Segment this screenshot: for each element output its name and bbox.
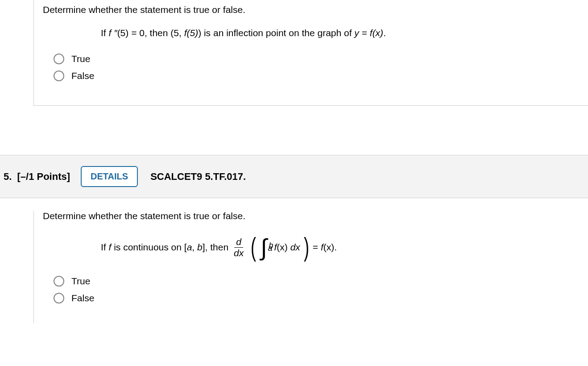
t: ) is an inflection point on the graph of	[198, 28, 354, 38]
t: is continuous on [	[111, 242, 186, 252]
integral-expression: ∫ b a f(x) dx	[260, 236, 300, 259]
q1-prompt: Determine whether the statement is true …	[43, 4, 579, 15]
t: .	[383, 28, 386, 38]
integral-icon: ∫ b a	[261, 236, 267, 259]
numerator: d	[234, 237, 243, 248]
q2-prompt: Determine whether the statement is true …	[43, 211, 579, 221]
t: ,	[192, 242, 197, 252]
x: (x)	[277, 242, 290, 252]
q2-option-false-label: False	[71, 293, 94, 304]
radio-icon[interactable]	[54, 71, 64, 81]
fx: f(x)	[370, 28, 383, 38]
details-button[interactable]: DETAILS	[81, 166, 138, 187]
radio-icon[interactable]	[54, 54, 64, 64]
y: y	[354, 28, 359, 38]
question-number: 5. [–/1 Points]	[4, 171, 70, 183]
q2-option-false-row[interactable]: False	[54, 293, 579, 304]
eq: =	[313, 242, 321, 252]
q1-option-true-label: True	[71, 54, 90, 64]
lower-limit: a	[268, 237, 272, 260]
f-double-prime: f ″	[109, 28, 117, 38]
x: (x).	[323, 242, 337, 252]
t: ], then	[203, 242, 228, 252]
radio-icon[interactable]	[54, 276, 64, 287]
b: b	[197, 242, 203, 252]
denominator: dx	[232, 248, 245, 258]
q2-option-true-label: True	[71, 276, 90, 287]
q1-option-false-row[interactable]: False	[54, 71, 579, 81]
t: =	[359, 28, 370, 38]
f-of-5: f(5)	[184, 28, 199, 38]
q2-text-lead: If f is continuous on [a, b], then	[101, 242, 228, 253]
question-header: 5. [–/1 Points] DETAILS SCALCET9 5.TF.01…	[0, 155, 588, 198]
integrand: f(x) dx	[274, 242, 300, 253]
right-paren-icon: )	[304, 234, 309, 261]
q1-statement: If f ″(5) = 0, then (5, f(5)) is an infl…	[101, 28, 579, 38]
question-2-body: Determine whether the statement is true …	[33, 211, 588, 323]
d-dx-fraction: d dx	[232, 237, 245, 258]
q1-option-false-label: False	[71, 71, 94, 81]
t: If	[101, 28, 109, 38]
q2-option-true-row[interactable]: True	[54, 276, 579, 287]
t: (5) = 0, then (5,	[117, 28, 184, 38]
num: 5.	[4, 171, 12, 182]
dx: dx	[290, 242, 300, 252]
q1-option-true-row[interactable]: True	[54, 54, 579, 64]
radio-icon[interactable]	[54, 293, 64, 304]
source-reference: SCALCET9 5.TF.017.	[150, 171, 246, 183]
left-paren-icon: (	[251, 234, 256, 261]
q1-text: If f ″(5) = 0, then (5, f(5)) is an infl…	[101, 28, 386, 38]
points: [–/1 Points]	[17, 171, 70, 182]
q2-statement: If f is continuous on [a, b], then d dx …	[101, 234, 579, 261]
question-1-body: Determine whether the statement is true …	[33, 0, 588, 106]
a: a	[187, 242, 192, 252]
rhs: = f(x).	[313, 242, 337, 253]
t: If	[101, 242, 109, 252]
